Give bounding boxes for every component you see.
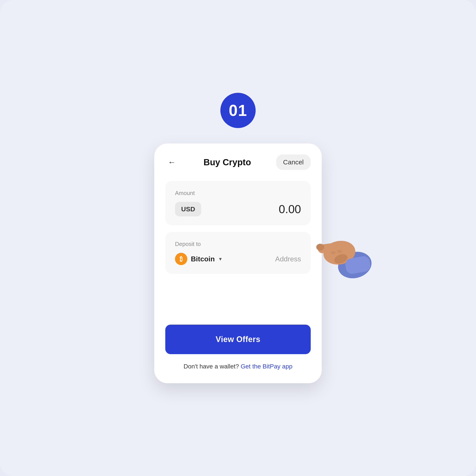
phone-card: ← Buy Crypto Cancel Amount USD 0.00 Depo… (154, 143, 322, 383)
back-button[interactable]: ← (165, 155, 178, 169)
crypto-name: Bitcoin (191, 255, 215, 263)
phone-wrapper: ← Buy Crypto Cancel Amount USD 0.00 Depo… (154, 143, 322, 383)
header: ← Buy Crypto Cancel (165, 154, 311, 170)
footer-link[interactable]: Get the BitPay app (241, 363, 292, 370)
amount-card: Amount USD 0.00 (165, 181, 311, 225)
svg-point-5 (331, 251, 336, 254)
spacer (165, 281, 311, 325)
deposit-row: ₿ Bitcoin ▾ Address (175, 253, 301, 265)
footer-text: Don't have a wallet? Get the BitPay app (165, 363, 311, 370)
svg-point-4 (333, 253, 349, 265)
back-arrow-icon: ← (168, 158, 176, 167)
svg-point-0 (335, 248, 374, 282)
amount-value[interactable]: 0.00 (279, 203, 301, 216)
footer-static-text: Don't have a wallet? (184, 363, 239, 370)
step-number: 01 (229, 101, 247, 119)
amount-row: USD 0.00 (175, 202, 301, 216)
deposit-card: Deposit to ₿ Bitcoin ▾ Address (165, 232, 311, 274)
bitcoin-icon: ₿ (175, 253, 187, 265)
crypto-selector[interactable]: ₿ Bitcoin ▾ (175, 253, 222, 265)
scene-container: 01 ← Buy Crypto Cancel Amount USD 0.00 (0, 0, 476, 476)
chevron-down-icon: ▾ (219, 256, 222, 262)
svg-rect-7 (344, 255, 371, 274)
cancel-button[interactable]: Cancel (276, 154, 311, 170)
currency-badge[interactable]: USD (175, 202, 201, 216)
address-placeholder[interactable]: Address (275, 255, 301, 263)
deposit-label: Deposit to (175, 241, 301, 247)
svg-point-6 (337, 250, 342, 253)
header-title: Buy Crypto (204, 157, 251, 167)
view-offers-button[interactable]: View Offers (165, 325, 311, 354)
svg-point-1 (322, 238, 357, 267)
step-badge: 01 (220, 93, 256, 128)
amount-label: Amount (175, 190, 301, 197)
